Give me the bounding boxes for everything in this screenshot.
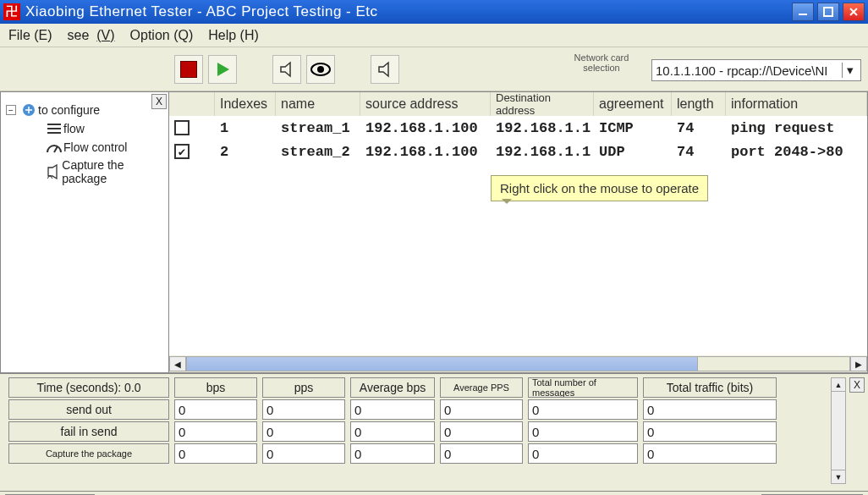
menu-see[interactable]: see (V) (68, 28, 115, 43)
col-indexes[interactable]: Indexes (215, 92, 276, 116)
svg-rect-0 (799, 14, 807, 15)
cell-index: 2 (215, 140, 276, 163)
stats-vertical-scrollbar[interactable]: ▲ ▼ (831, 377, 846, 484)
cell-src: 192.168.1.100 (360, 140, 491, 163)
stats-cell: 0 (350, 443, 435, 464)
col-destination[interactable]: Destination address (491, 92, 594, 116)
tree-root-label: to configure (38, 103, 100, 117)
col-information[interactable]: information (726, 92, 867, 116)
stats-panel: X ▲ ▼ Time (seconds): 0.0 bps pps Averag… (0, 373, 868, 492)
network-card-select[interactable]: 10.1.1.100 - rpcap://\Device\NI ▾ (651, 59, 861, 81)
scroll-up-icon[interactable]: ▲ (832, 378, 845, 392)
row-checkbox[interactable] (174, 120, 190, 135)
tabbar: Statistics i information (0, 492, 868, 495)
stats-cell: 0 (643, 399, 777, 420)
cell-len: 74 (672, 116, 726, 140)
svg-point-4 (317, 66, 324, 73)
tree-item-flow-control[interactable]: Flow control (6, 140, 163, 155)
speaker-button[interactable] (272, 55, 301, 84)
stats-cell: 0 (440, 399, 523, 420)
eye-button[interactable] (306, 55, 335, 84)
svg-rect-1 (824, 8, 832, 16)
titlebar: 卍 Xiaobing Ethernet Tester - ABC Project… (0, 0, 868, 24)
cell-dst: 192.168.1.1 (491, 140, 594, 163)
cell-name: stream_1 (276, 116, 360, 140)
cell-info: ping request (726, 116, 867, 140)
tree-item-label: Capture the package (62, 158, 163, 185)
table-row[interactable]: 1 stream_1 192.168.1.100 192.168.1.1 ICM… (169, 116, 867, 140)
stats-header-pps: pps (262, 377, 345, 398)
stats-cell: 0 (528, 443, 638, 464)
scroll-track[interactable] (186, 356, 850, 371)
stats-cell: 0 (350, 399, 435, 420)
stats-header-avgbps: Average bps (350, 377, 435, 398)
stats-cell: 0 (174, 421, 257, 442)
list-icon (45, 121, 63, 136)
tree-item-flow[interactable]: flow (6, 121, 163, 136)
window-title: Xiaobing Ethernet Tester - ABC Project T… (25, 3, 792, 20)
minimize-button[interactable] (792, 3, 814, 21)
sidebar-close-button[interactable]: X (151, 94, 167, 109)
tree-item-capture[interactable]: Capture the package (6, 158, 163, 185)
menu-help[interactable]: Help (H) (208, 28, 259, 43)
stats-cell: 0 (440, 443, 523, 464)
stats-cell: 0 (174, 443, 257, 464)
table-row[interactable]: ✔ 2 stream_2 192.168.1.100 192.168.1.1 U… (169, 140, 867, 163)
menu-file[interactable]: File (E) (8, 28, 52, 43)
tree-item-label: Flow control (63, 140, 127, 154)
tree-item-label: flow (63, 122, 85, 135)
stats-cell: 0 (262, 443, 345, 464)
cell-proto: UDP (594, 140, 672, 163)
menu-option[interactable]: Option (Q) (130, 28, 194, 43)
stats-cell: 0 (528, 399, 638, 420)
stats-cell: 0 (643, 421, 777, 442)
network-card-label: Network card selection (555, 52, 648, 73)
stats-header-bps: bps (174, 377, 257, 398)
cell-info: port 2048->80 (726, 140, 867, 163)
context-tooltip: Right click on the mouse to operate (491, 175, 708, 201)
stats-cell: 0 (440, 421, 523, 442)
play-button[interactable] (208, 55, 237, 84)
stats-header-avgpps: Average PPS (440, 377, 523, 398)
scroll-right-icon[interactable]: ▶ (850, 356, 867, 371)
close-button[interactable] (843, 3, 865, 21)
stats-cell: 0 (528, 421, 638, 442)
stats-header-totalmsgs: Total number of messages (528, 377, 638, 398)
stats-header-time: Time (seconds): 0.0 (8, 377, 169, 398)
chevron-down-icon[interactable]: ▾ (842, 63, 857, 78)
sidebar: X − to configure flow Flow control Captu… (0, 91, 169, 373)
maximize-button[interactable] (817, 3, 839, 21)
stats-cell: 0 (643, 443, 777, 464)
stats-row-fail: fail in send (8, 421, 169, 442)
gear-icon (19, 102, 38, 118)
table-header: Indexes name source address Destination … (169, 92, 867, 116)
stats-header-totaltraffic: Total traffic (bits) (643, 377, 777, 398)
stop-button[interactable] (174, 55, 203, 84)
col-source[interactable]: source address (360, 92, 491, 116)
tree-root[interactable]: − to configure (6, 102, 163, 118)
col-length[interactable]: length (672, 92, 726, 116)
cell-dst: 192.168.1.1 (491, 116, 594, 140)
horizontal-scrollbar[interactable]: ◀ ▶ (169, 355, 867, 372)
col-name[interactable]: name (276, 92, 360, 116)
table-body[interactable]: 1 stream_1 192.168.1.100 192.168.1.1 ICM… (169, 116, 867, 355)
row-checkbox[interactable]: ✔ (174, 144, 190, 159)
col-checkbox[interactable] (169, 92, 215, 116)
network-card-value: 10.1.1.100 - rpcap://\Device\NI (656, 63, 827, 78)
app-icon: 卍 (3, 3, 20, 20)
scroll-left-icon[interactable]: ◀ (169, 356, 186, 371)
toolbar: Network card selection 10.1.1.100 - rpca… (0, 47, 868, 91)
svg-line-6 (54, 146, 58, 152)
cell-len: 74 (672, 140, 726, 163)
collapse-icon[interactable]: − (6, 105, 16, 115)
svg-marker-2 (217, 63, 229, 76)
stats-cell: 0 (262, 421, 345, 442)
stats-cell: 0 (262, 399, 345, 420)
stats-close-button[interactable]: X (849, 377, 865, 393)
cell-proto: ICMP (594, 116, 672, 140)
col-agreement[interactable]: agreement (594, 92, 672, 116)
speaker2-button[interactable] (371, 55, 399, 84)
scroll-down-icon[interactable]: ▼ (832, 470, 845, 483)
stats-cell: 0 (174, 399, 257, 420)
stats-cell: 0 (350, 421, 435, 442)
